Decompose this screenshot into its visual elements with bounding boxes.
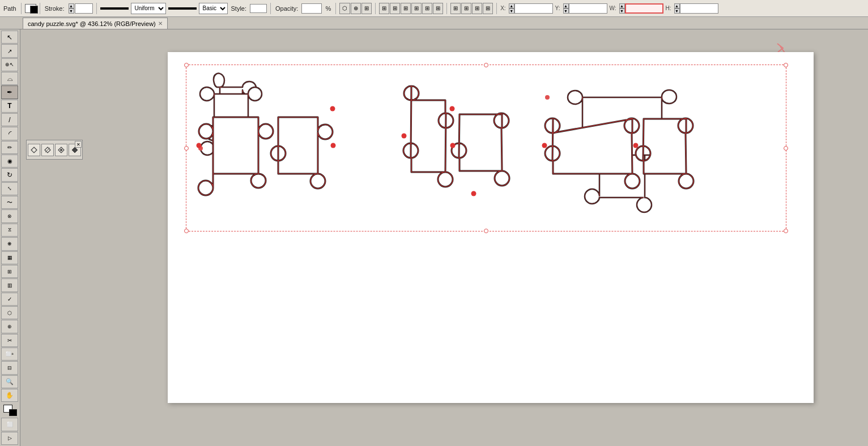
w-coord-group: W: ▲ ▼ 86.822 mm [610,3,663,14]
svg-marker-6 [72,147,78,153]
y-label: Y: [555,5,560,11]
w-input[interactable]: 86.822 mm [625,3,663,14]
uniform-select[interactable]: Uniform [131,3,166,14]
h-label: H: [666,5,671,11]
screen-mode-btn[interactable]: ⬜ [1,418,18,431]
node-toolbar-close[interactable]: ✕ [75,141,82,148]
stroke-box[interactable] [30,6,38,14]
align-btn-4[interactable]: ⊞ [411,3,422,14]
opacity-unit: % [324,5,332,12]
h-down[interactable]: ▼ [674,8,680,14]
document-tab[interactable]: candy puzzle.svg* @ 436.12% (RGB/Preview… [23,18,168,29]
h-spinners[interactable]: ▲ ▼ [674,3,680,14]
tab-close-btn[interactable]: ✕ [158,20,163,27]
x-down[interactable]: ▼ [509,8,514,14]
stroke-value-group[interactable]: ▲ ▼ 1 pt [68,3,93,14]
zoom-tool[interactable]: 🔍 [1,375,18,388]
slice-tool[interactable]: ⊟ [1,361,18,374]
y-up[interactable]: ▲ [563,3,569,8]
y-spinners[interactable]: ▲ ▼ [563,3,569,14]
arc-tool[interactable]: ◜ [1,127,18,140]
x-input[interactable]: 46.332 mm [514,3,553,14]
w-label: W: [610,5,616,11]
w-spinners[interactable]: ▲ ▼ [619,3,625,14]
node-btn-2[interactable] [41,144,54,156]
line-tool[interactable]: / [1,113,18,126]
align-btn-5[interactable]: ⊞ [422,3,432,14]
h-up[interactable]: ▲ [674,3,680,8]
distrib-btn-1[interactable]: ⊞ [450,3,461,14]
direct-select-tool[interactable]: ↗ [1,44,18,57]
anchor-3 [545,95,550,100]
fill-box[interactable] [25,4,36,13]
puppet-warp-tool[interactable]: ⊗ [1,209,18,222]
artboard-tool[interactable]: ⬜+ [1,348,18,361]
stroke-spinners[interactable]: ▲ ▼ [69,3,74,14]
align-btn-3[interactable]: ⊞ [401,3,411,14]
distrib-btn-4[interactable]: ⊞ [483,3,493,14]
opacity-input[interactable]: 100 [301,3,322,14]
node-edit-toolbar: ✕ [26,140,83,160]
svg-point-5 [60,149,62,151]
node-btn-1[interactable] [28,144,40,156]
scissors-tool[interactable]: ✂ [1,334,18,347]
align-btn-6[interactable]: ⊞ [433,3,443,14]
eyedropper-tool[interactable]: ✓ [1,293,18,306]
align-btn-2[interactable]: ⊞ [390,3,400,14]
blob-brush-tool[interactable]: ◉ [1,155,18,168]
y-down[interactable]: ▼ [563,8,569,14]
gradient-tool[interactable]: ▥ [1,278,18,291]
rotate-tool[interactable]: ↻ [1,168,18,181]
symbol-sprayer[interactable]: ❋ [1,237,18,250]
hand-tool[interactable]: ✋ [1,389,18,402]
shape-builder-tool[interactable]: ⊕ [1,320,18,333]
h-input[interactable]: 24.236 mm [680,3,718,14]
x-up[interactable]: ▲ [509,3,514,8]
separator-1 [21,3,22,14]
color-swatches [1,405,19,416]
w-up[interactable]: ▲ [619,3,625,8]
basic-select[interactable]: Basic [199,3,228,14]
node-btn-3[interactable] [55,144,67,156]
piece-3-group[interactable] [403,86,453,187]
distrib-btn-2[interactable]: ⊞ [461,3,471,14]
w-input-wrap: ▲ ▼ 86.822 mm [619,3,663,14]
stroke-label: Stroke: [44,5,66,12]
y-input-wrap: ▲ ▼ 2.814 mm [563,3,607,14]
select-tool[interactable]: ↖ [1,31,18,44]
distrib-btn-3[interactable]: ⊞ [472,3,482,14]
stroke-up[interactable]: ▲ [69,3,74,8]
stroke-input[interactable]: 1 pt [75,3,93,14]
live-paint-bucket[interactable]: ⬡ [1,306,18,319]
align-btn-1[interactable]: ⊞ [379,3,389,14]
w-down[interactable]: ▼ [619,8,625,14]
lasso-tool[interactable]: ⌓ [1,72,18,85]
pencil-tool[interactable]: ✏ [1,141,18,154]
mesh-tool[interactable]: ⊞ [1,265,18,278]
separator-5 [335,3,336,14]
draw-inside-btn[interactable]: ▷ [1,432,18,445]
transform-btn-2[interactable]: ⊕ [351,3,361,14]
column-graph-tool[interactable]: ▦ [1,251,18,264]
fill-stroke-indicator[interactable] [3,405,17,416]
group-select-tool[interactable]: ⊕↖ [1,58,18,71]
blend-tool[interactable]: ⧖ [1,224,18,237]
y-input[interactable]: 2.814 mm [569,3,607,14]
canvas-area[interactable]: ✕ [20,29,868,446]
line-style-preview [100,7,129,10]
style-preview[interactable] [250,4,267,13]
scale-tool[interactable]: ⤡ [1,182,18,195]
top-toolbar: Path Stroke: ▲ ▼ 1 pt Uniform Basic Styl… [0,0,868,17]
type-tool[interactable]: T [1,100,18,113]
line-cap-preview [168,7,197,10]
separator-3 [96,3,97,14]
warp-tool[interactable]: 〜 [1,196,18,209]
stroke-down[interactable]: ▼ [69,8,74,14]
pen-tool[interactable]: ✒ [1,85,18,98]
transform-btn-1[interactable]: ⬡ [339,3,350,14]
opacity-label: Opacity: [274,5,299,12]
tab-filename: candy puzzle.svg* @ 436.12% (RGB/Preview… [28,20,156,27]
x-spinners[interactable]: ▲ ▼ [509,3,514,14]
transform-btn-3[interactable]: ⊞ [361,3,372,14]
line-style-group [100,7,129,10]
